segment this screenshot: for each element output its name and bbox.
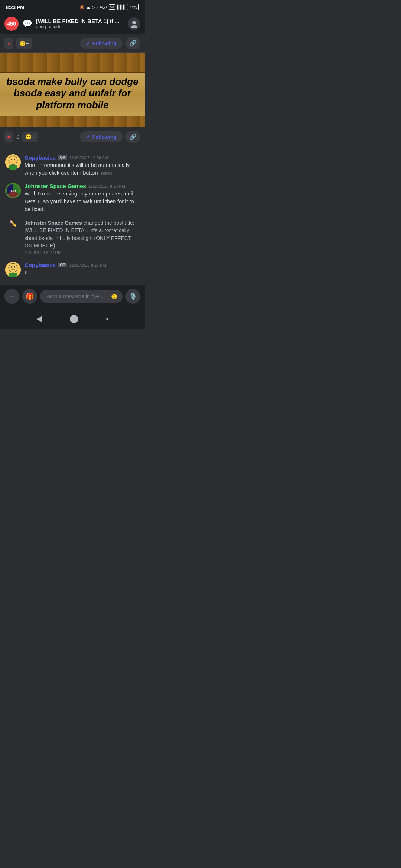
message-text-2: Well, I'm not releasing any more updates…: [25, 190, 140, 213]
link-icon: 🔗: [129, 40, 137, 46]
message-text-1: More information: it's will to be automa…: [25, 161, 140, 177]
message-content-1: Copybasics OP 11/20/2023 10:39 AM More i…: [25, 154, 140, 177]
bell-slash-icon: 🔕: [79, 5, 85, 10]
post-text: bsoda make bully can dodge bsoda easy an…: [6, 76, 139, 111]
svg-text:JSG: JSG: [10, 190, 16, 193]
message-content-3: Copybasics OP 11/20/2023 8:27 PM K: [25, 262, 140, 277]
emoji-add-btn-2[interactable]: 🙂+: [22, 132, 38, 142]
signal-bars: ▋▋▋: [117, 5, 125, 10]
system-text: Johnster Space Games changed the post ti…: [25, 219, 140, 256]
svg-point-5: [14, 159, 15, 160]
share-link-btn-2[interactable]: 🔗: [125, 131, 140, 143]
pencil-icon: ✏️: [5, 220, 21, 227]
messages-area: Copybasics OP 11/20/2023 10:39 AM More i…: [0, 147, 145, 285]
username-copybasics: Copybasics: [25, 154, 56, 161]
mic-button[interactable]: 🎙️: [125, 289, 140, 304]
emoji-inline-icon: 🙂: [111, 293, 117, 299]
header-text: [WILL BE FIXED IN BETA 1] it'... #bug-re…: [36, 18, 124, 29]
following-button-2[interactable]: ✓ Following: [80, 131, 123, 142]
cloud-icon: ☁: [86, 5, 90, 10]
home-icon: ⬤: [69, 314, 79, 323]
avatar-copybasics-2: [5, 262, 21, 277]
battery-icon: 77%: [127, 4, 139, 10]
svg-point-12: [11, 266, 12, 268]
gift-button[interactable]: 🎁: [22, 289, 37, 304]
notification-badge[interactable]: 450: [4, 17, 19, 31]
svg-point-3: [9, 156, 17, 165]
image-post: bsoda make bully can dodge bsoda easy an…: [0, 53, 145, 127]
message-row-2: JSG Johnster Space Games 11/20/2023 8:26…: [0, 180, 145, 216]
emoji-add-icon: 🙂+: [19, 40, 29, 46]
checkmark-icon-2: ✓: [86, 134, 90, 140]
following-label: Following: [92, 40, 117, 46]
message-text-3: K: [25, 269, 140, 277]
channel-header: 450 💬 [WILL BE FIXED IN BETA 1] it'... #…: [0, 13, 145, 34]
username-copybasics-2: Copybasics: [25, 262, 56, 268]
post-image-container: bsoda make bully can dodge bsoda easy an…: [0, 53, 145, 127]
lte-icon: Vo: [109, 4, 115, 10]
op-badge-2: OP: [58, 263, 67, 267]
hashtag-reaction-btn[interactable]: #: [4, 38, 13, 49]
message-content-2: Johnster Space Games 11/20/2023 8:26 PM …: [25, 183, 140, 213]
channel-subtitle: #bug-reports: [36, 24, 124, 29]
plus-button[interactable]: +: [4, 289, 19, 304]
username-jsg: Johnster Space Games: [25, 183, 86, 189]
input-bar: + 🎁 Send a message in "[W... 🙂 🎙️: [0, 285, 145, 308]
message-header-2: Johnster Space Games 11/20/2023 8:26 PM: [25, 183, 140, 189]
system-timestamp: 11/20/2023 8:27 PM: [25, 250, 140, 256]
play-icon: ▷: [92, 5, 95, 10]
avatar-icon[interactable]: [128, 17, 140, 30]
plus-icon: +: [10, 293, 14, 300]
channel-title: [WILL BE FIXED IN BETA 1] it'...: [36, 18, 124, 24]
link-icon-2: 🔗: [129, 134, 137, 140]
share-link-btn[interactable]: 🔗: [125, 37, 140, 49]
hashtag-icon-2: #: [7, 134, 10, 140]
message-input-wrapper[interactable]: Send a message in "[W... 🙂: [40, 290, 123, 303]
square-button[interactable]: ▪: [100, 312, 115, 326]
avatar-jsg: JSG: [5, 183, 21, 198]
emoji-add-btn[interactable]: 🙂+: [16, 38, 32, 49]
message-row: Copybasics OP 11/20/2023 10:39 AM More i…: [0, 151, 145, 180]
chat-icon: 💬: [22, 19, 32, 29]
square-icon: ▪: [106, 314, 109, 323]
back-button[interactable]: ◀: [30, 312, 48, 326]
svg-point-4: [11, 159, 12, 160]
music-icon: ♪: [96, 5, 98, 9]
message-input-placeholder[interactable]: Send a message in "[W...: [45, 293, 108, 299]
action-bar-top: # 🙂+ ✓ Following 🔗: [0, 34, 145, 53]
svg-point-0: [132, 21, 136, 24]
back-icon: ◀: [36, 314, 42, 323]
edited-label: (edited): [100, 171, 113, 175]
svg-point-1: [131, 25, 137, 28]
svg-rect-14: [9, 273, 17, 277]
following-label-2: Following: [92, 134, 117, 140]
emoji-add-icon-2: 🙂+: [25, 134, 35, 140]
msg-timestamp-3: 11/20/2023 8:27 PM: [69, 263, 106, 267]
hashtag-reaction-btn-2[interactable]: #: [4, 131, 13, 142]
home-button[interactable]: ⬤: [63, 312, 85, 326]
message-row-3: Copybasics OP 11/20/2023 8:27 PM K: [0, 259, 145, 280]
gift-icon: 🎁: [26, 292, 34, 300]
status-time: 8:23 PM: [6, 4, 24, 10]
system-actor: Johnster Space Games: [25, 220, 82, 226]
svg-rect-6: [9, 165, 17, 170]
status-bar: 8:23 PM 🔕 ☁ ▷ ♪ 4G+ Vo ▋▋▋ 77%: [0, 0, 145, 13]
message-header-3: Copybasics OP 11/20/2023 8:27 PM: [25, 262, 140, 268]
mic-icon: 🎙️: [129, 292, 137, 300]
reaction-count: 0: [16, 134, 19, 140]
svg-point-11: [9, 263, 17, 272]
avatar-copybasics: [5, 154, 21, 170]
op-badge: OP: [58, 155, 67, 160]
svg-point-13: [14, 266, 15, 268]
status-icons: 🔕 ☁ ▷ ♪ 4G+ Vo ▋▋▋ 77%: [79, 4, 139, 10]
system-message: ✏️ Johnster Space Games changed the post…: [0, 216, 145, 259]
hashtag-icon: #: [7, 40, 10, 46]
message-header-1: Copybasics OP 11/20/2023 10:39 AM: [25, 154, 140, 161]
navigation-bar: ◀ ⬤ ▪: [0, 308, 145, 329]
msg-timestamp-2: 11/20/2023 8:26 PM: [88, 184, 125, 188]
msg-timestamp-1: 11/20/2023 10:39 AM: [69, 155, 108, 160]
following-button[interactable]: ✓ Following: [80, 38, 123, 49]
checkmark-icon: ✓: [86, 40, 90, 46]
action-bar-bottom: # 0 🙂+ ✓ Following 🔗: [0, 127, 145, 147]
signal-text: 4G+: [100, 5, 107, 9]
